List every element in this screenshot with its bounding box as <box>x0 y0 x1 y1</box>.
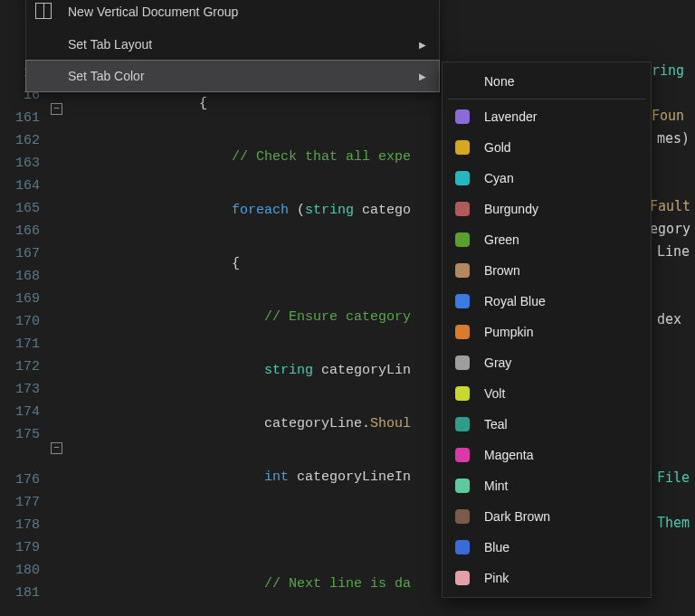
color-cyan[interactable]: Cyan <box>443 163 651 194</box>
color-swatch <box>455 355 470 370</box>
code-fragment: dex <box>657 311 681 327</box>
line-number: 166 <box>0 220 47 242</box>
fold-toggle-icon[interactable]: − <box>51 442 62 454</box>
line-number: 175 <box>0 423 47 446</box>
code-type: string <box>305 203 354 218</box>
color-swatch <box>455 479 470 493</box>
line-number: 170 <box>0 310 47 333</box>
color-swatch <box>455 294 470 308</box>
tab-color-submenu[interactable]: None LavenderGoldCyanBurgundyGreenBrownR… <box>442 62 652 598</box>
color-blue[interactable]: Blue <box>443 532 651 563</box>
menu-separator <box>448 99 645 100</box>
color-swatch <box>455 417 470 431</box>
color-burgundy[interactable]: Burgundy <box>443 194 651 224</box>
color-swatch <box>455 325 470 339</box>
color-label: Brown <box>484 263 520 278</box>
code-fragment: Fault <box>650 198 690 214</box>
line-number: 173 <box>0 378 47 401</box>
menu-new-vertical-doc-group[interactable]: New Vertical Document Group <box>26 0 439 28</box>
code-comment: // Check that all expe <box>232 149 411 165</box>
code-fragment: mes) <box>657 130 690 147</box>
split-vertical-icon <box>35 3 52 19</box>
line-number: 180 <box>0 559 47 582</box>
line-number: 179 <box>0 536 47 559</box>
color-label: None <box>484 74 514 89</box>
line-number: 174 <box>0 401 47 423</box>
color-label: Magenta <box>484 448 533 462</box>
line-number: 167 <box>0 242 47 265</box>
code-fragment: ring <box>652 62 684 79</box>
color-label: Dark Brown <box>484 509 550 524</box>
line-number: 169 <box>0 288 47 310</box>
color-label: Teal <box>484 417 508 431</box>
color-label: Volt <box>484 386 505 401</box>
line-number: 177 <box>0 491 47 514</box>
line-number: 171 <box>0 333 47 355</box>
color-gray[interactable]: Gray <box>443 347 651 378</box>
color-label: Green <box>484 232 519 247</box>
code-fragment: Foun <box>652 108 684 124</box>
color-label: Blue <box>484 540 509 554</box>
color-label: Pumpkin <box>484 325 533 339</box>
color-label: Lavender <box>484 109 537 124</box>
code-keyword: foreach <box>232 203 289 218</box>
color-green[interactable]: Green <box>443 224 651 255</box>
line-number: 161 <box>0 107 47 129</box>
color-swatch <box>455 571 470 585</box>
line-number: 178 <box>0 514 47 536</box>
line-number-gutter: 1516161162163164165166167168169170171172… <box>0 0 47 616</box>
code-fragment: Them <box>657 515 690 531</box>
color-label: Gold <box>484 140 511 155</box>
color-label: Royal Blue <box>484 294 546 308</box>
color-swatch <box>455 540 470 554</box>
color-swatch <box>455 202 470 216</box>
fold-toggle-icon[interactable]: − <box>51 103 62 115</box>
color-label: Pink <box>484 571 509 585</box>
fold-column: − − <box>47 0 69 616</box>
color-swatch <box>455 386 470 401</box>
submenu-arrow-icon: ▶ <box>419 71 426 81</box>
menu-label: New Vertical Document Group <box>68 5 238 19</box>
color-label: Burgundy <box>484 202 538 216</box>
color-volt[interactable]: Volt <box>443 378 651 409</box>
line-number: 181 <box>0 582 47 604</box>
line-number: 164 <box>0 175 47 197</box>
color-teal[interactable]: Teal <box>443 409 651 440</box>
line-number: 163 <box>0 152 47 175</box>
color-pink[interactable]: Pink <box>443 563 651 593</box>
color-swatch <box>455 171 470 185</box>
color-mint[interactable]: Mint <box>443 470 651 501</box>
line-number: 176 <box>0 469 47 491</box>
line-number: 162 <box>0 129 47 152</box>
tab-context-menu[interactable]: New Vertical Document Group Set Tab Layo… <box>25 0 440 92</box>
color-swatch <box>455 109 470 124</box>
color-swatch <box>455 140 470 155</box>
color-magenta[interactable]: Magenta <box>443 440 651 470</box>
color-swatch <box>455 232 470 247</box>
color-label: Mint <box>484 479 508 493</box>
code-fragment: Line <box>657 243 690 260</box>
color-lavender[interactable]: Lavender <box>443 101 651 132</box>
line-number: 172 <box>0 355 47 378</box>
color-swatch <box>455 263 470 278</box>
color-none[interactable]: None <box>443 66 651 97</box>
color-swatch <box>455 509 470 524</box>
color-pumpkin[interactable]: Pumpkin <box>443 317 651 347</box>
code-fragment: File <box>657 469 690 486</box>
color-brown[interactable]: Brown <box>443 255 651 286</box>
color-swatch <box>455 448 470 462</box>
line-number: 168 <box>0 265 47 288</box>
menu-set-tab-color[interactable]: Set Tab Color ▶ <box>25 60 440 92</box>
menu-label: Set Tab Layout <box>68 37 152 52</box>
color-royal-blue[interactable]: Royal Blue <box>443 286 651 317</box>
color-gold[interactable]: Gold <box>443 132 651 163</box>
menu-set-tab-layout[interactable]: Set Tab Layout ▶ <box>26 28 439 61</box>
color-label: Cyan <box>484 171 514 185</box>
code-fragment: egory <box>650 221 690 237</box>
menu-label: Set Tab Color <box>68 69 145 83</box>
line-number: 165 <box>0 197 47 220</box>
color-dark-brown[interactable]: Dark Brown <box>443 501 651 532</box>
color-label: Gray <box>484 355 511 370</box>
submenu-arrow-icon: ▶ <box>419 40 426 50</box>
line-number <box>0 446 47 469</box>
